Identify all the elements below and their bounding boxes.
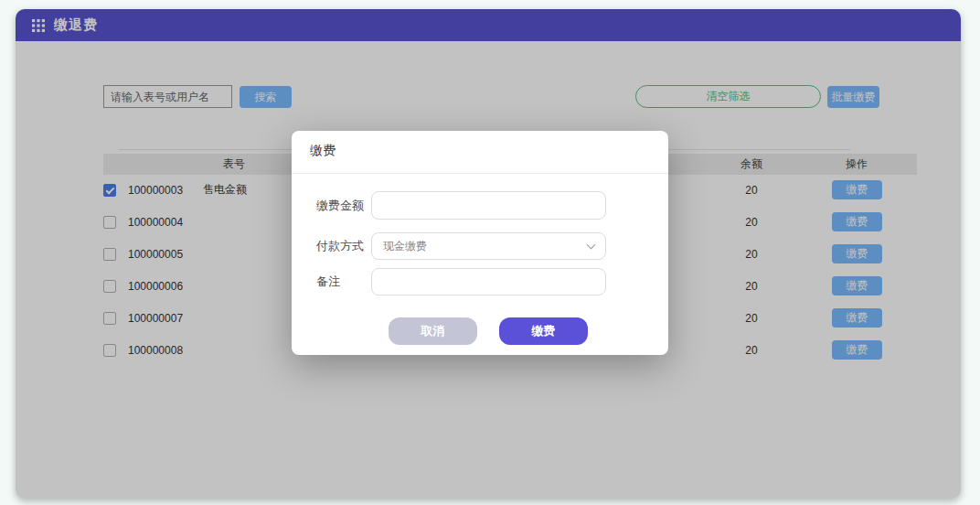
modal-title: 缴费: [310, 143, 336, 159]
pay-modal: 缴费 缴费金额 付款方式 现金缴费 备注 取消 缴费: [292, 131, 668, 355]
remark-label: 备注: [316, 274, 340, 290]
cancel-button[interactable]: 取消: [389, 317, 477, 345]
chevron-down-icon: [587, 241, 596, 250]
amount-input[interactable]: [371, 191, 606, 220]
amount-label: 缴费金额: [316, 198, 364, 214]
confirm-pay-button[interactable]: 缴费: [499, 317, 588, 345]
modal-title-divider: [292, 173, 668, 174]
payment-method-select[interactable]: 现金缴费: [371, 232, 606, 260]
method-label: 付款方式: [316, 238, 364, 254]
payment-method-value: 现金缴费: [383, 239, 427, 254]
remark-input[interactable]: [371, 268, 606, 295]
